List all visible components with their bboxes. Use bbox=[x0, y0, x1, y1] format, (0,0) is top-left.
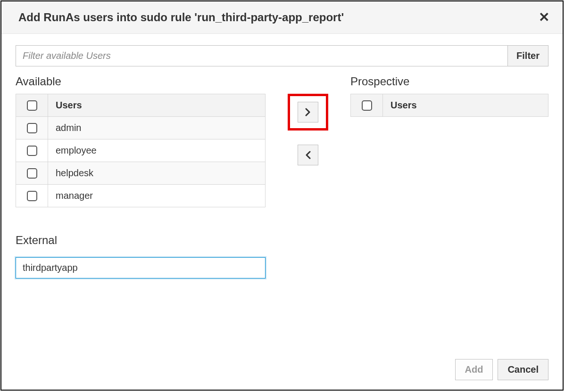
filter-input[interactable] bbox=[16, 45, 507, 66]
available-users-header: Users bbox=[48, 94, 266, 117]
prospective-users-header: Users bbox=[383, 94, 548, 117]
row-checkbox[interactable] bbox=[27, 146, 37, 156]
filter-button[interactable]: Filter bbox=[507, 45, 548, 66]
available-heading: Available bbox=[16, 75, 266, 88]
table-row: helpdesk bbox=[16, 162, 266, 185]
move-right-highlight bbox=[288, 94, 328, 131]
move-left-wrap bbox=[298, 145, 318, 165]
user-cell: admin bbox=[48, 117, 266, 139]
arrows-column bbox=[284, 75, 332, 165]
prospective-table: Users bbox=[350, 94, 548, 117]
cancel-button[interactable]: Cancel bbox=[498, 359, 548, 380]
prospective-heading: Prospective bbox=[350, 75, 548, 88]
dialog-title: Add RunAs users into sudo rule 'run_thir… bbox=[18, 11, 344, 24]
row-checkbox[interactable] bbox=[27, 168, 37, 179]
external-input[interactable] bbox=[16, 257, 266, 278]
prospective-select-all-header bbox=[351, 94, 383, 117]
filter-row: Filter bbox=[16, 45, 548, 66]
available-table: Users admin employee bbox=[16, 94, 266, 207]
close-icon[interactable]: ✕ bbox=[539, 11, 549, 24]
table-row: manager bbox=[16, 185, 266, 207]
chevron-right-icon bbox=[305, 108, 311, 116]
table-row: employee bbox=[16, 139, 266, 162]
external-heading: External bbox=[16, 234, 266, 247]
external-section: External bbox=[16, 234, 266, 278]
move-left-button[interactable] bbox=[298, 145, 318, 165]
user-cell: helpdesk bbox=[48, 162, 266, 185]
add-runas-users-dialog: Add RunAs users into sudo rule 'run_thir… bbox=[0, 0, 564, 391]
columns: Available Users admin bbox=[16, 75, 548, 278]
available-column: Available Users admin bbox=[16, 75, 266, 278]
add-button[interactable]: Add bbox=[455, 359, 493, 380]
user-cell: employee bbox=[48, 139, 266, 162]
row-checkbox[interactable] bbox=[27, 123, 37, 133]
table-row: admin bbox=[16, 117, 266, 139]
dialog-body: Filter Available Users bbox=[1, 34, 563, 390]
available-select-all-header bbox=[16, 94, 48, 117]
dialog-header: Add RunAs users into sudo rule 'run_thir… bbox=[1, 1, 563, 34]
chevron-left-icon bbox=[305, 151, 311, 159]
prospective-column: Prospective Users bbox=[350, 75, 548, 117]
move-right-button[interactable] bbox=[298, 102, 318, 122]
user-cell: manager bbox=[48, 185, 266, 207]
row-checkbox[interactable] bbox=[27, 191, 37, 201]
dialog-footer: Add Cancel bbox=[16, 350, 548, 380]
available-select-all-checkbox[interactable] bbox=[27, 100, 37, 111]
prospective-select-all-checkbox[interactable] bbox=[362, 100, 372, 111]
